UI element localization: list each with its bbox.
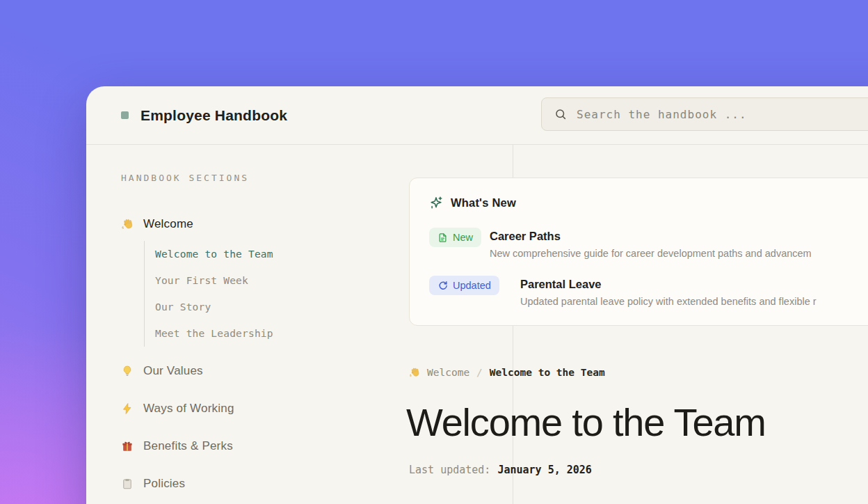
- sidebar-item-policies[interactable]: Policies: [121, 475, 185, 493]
- page-title: Welcome to the Team: [406, 400, 766, 445]
- whats-new-item-title: Career Paths: [490, 230, 868, 243]
- sidebar-item-benefits-perks[interactable]: Benefits & Perks: [121, 437, 233, 455]
- new-badge: New: [429, 228, 481, 247]
- sidebar-item-our-values[interactable]: Our Values: [121, 362, 203, 380]
- last-updated-label: Last updated:: [409, 464, 490, 476]
- whats-new-header: What's New: [429, 196, 868, 210]
- app-logo-icon: [121, 111, 129, 119]
- search-icon: [554, 108, 567, 120]
- gift-icon: [121, 440, 134, 452]
- sidebar-item-label: Benefits & Perks: [143, 439, 233, 453]
- sparkles-icon: [429, 196, 443, 210]
- breadcrumb-section[interactable]: Welcome: [427, 367, 469, 378]
- sidebar-subitem-welcome-to-the-team[interactable]: Welcome to the Team: [155, 241, 325, 267]
- app-title: Employee Handbook: [140, 107, 287, 124]
- waving-hand-icon: [121, 218, 134, 230]
- sidebar-item-label: Welcome: [143, 217, 193, 231]
- breadcrumb: Welcome / Welcome to the Team: [409, 365, 605, 380]
- sidebar-item-label: Our Values: [143, 364, 203, 378]
- whats-new-item-description: New comprehensive guide for career devel…: [490, 248, 868, 259]
- refresh-icon: [437, 281, 448, 291]
- whats-new-title: What's New: [451, 196, 516, 210]
- new-badge-label: New: [453, 232, 473, 243]
- breadcrumb-current: Welcome to the Team: [490, 367, 605, 378]
- search-placeholder: Search the handbook ...: [577, 108, 747, 121]
- sidebar-welcome-sublist: Welcome to the Team Your First Week Our …: [144, 241, 325, 347]
- last-updated: Last updated: January 5, 2026: [409, 464, 592, 476]
- app-header: Employee Handbook Search the handbook ..…: [86, 86, 868, 145]
- waving-hand-icon: [409, 367, 420, 378]
- app-window: Employee Handbook Search the handbook ..…: [86, 86, 868, 504]
- sidebar-item-label: Policies: [143, 477, 185, 491]
- sidebar-item-label: Ways of Working: [143, 402, 234, 416]
- lightning-bolt-icon: [121, 402, 134, 415]
- sidebar-item-welcome[interactable]: Welcome: [121, 215, 193, 233]
- sidebar-subitem-our-story[interactable]: Our Story: [155, 294, 325, 320]
- updated-badge: Updated: [429, 276, 499, 295]
- clipboard-icon: [121, 478, 134, 490]
- last-updated-value: January 5, 2026: [497, 464, 591, 476]
- document-icon: [437, 233, 448, 243]
- whats-new-item-career-paths[interactable]: New Career Paths New comprehensive guide…: [429, 228, 868, 259]
- whats-new-item-parental-leave[interactable]: Updated Parental Leave Updated parental …: [429, 276, 868, 307]
- sidebar-item-ways-of-working[interactable]: Ways of Working: [121, 400, 234, 418]
- sidebar-heading: HANDBOOK SECTIONS: [121, 173, 249, 183]
- whats-new-item-title: Parental Leave: [520, 278, 868, 291]
- whats-new-item-description: Updated parental leave policy with exten…: [520, 296, 868, 307]
- search-input[interactable]: Search the handbook ...: [541, 97, 868, 131]
- sidebar-subitem-meet-the-leadership[interactable]: Meet the Leadership: [155, 320, 325, 347]
- sidebar-subitem-your-first-week[interactable]: Your First Week: [155, 267, 325, 294]
- breadcrumb-separator: /: [476, 367, 483, 378]
- whats-new-card: What's New New Career Paths New comprehe…: [409, 178, 868, 326]
- updated-badge-label: Updated: [453, 280, 491, 291]
- lightbulb-icon: [121, 365, 134, 377]
